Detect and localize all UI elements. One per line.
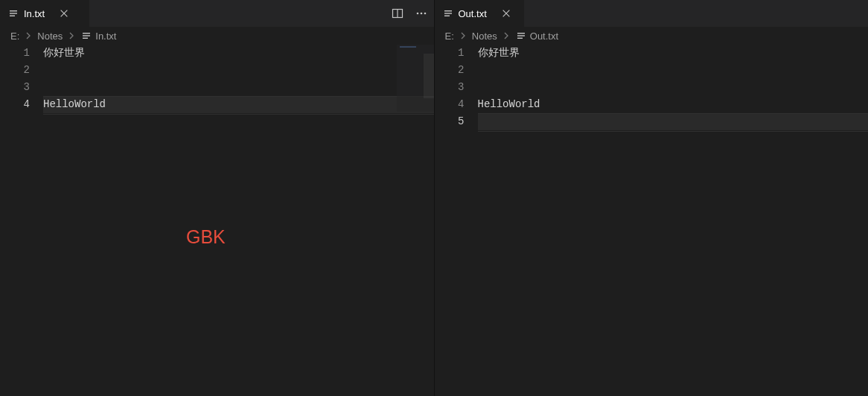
- code-editor[interactable]: 1 2 3 4 5 你好世界 HelloWorld: [435, 45, 869, 396]
- breadcrumb[interactable]: E: Notes In.txt: [0, 27, 434, 45]
- file-lines-icon: [7, 7, 19, 19]
- breadcrumb-folder[interactable]: Notes: [37, 31, 63, 42]
- close-icon[interactable]: [500, 7, 512, 19]
- minimap[interactable]: [397, 45, 434, 112]
- tab-in-txt[interactable]: In.txt: [0, 0, 89, 27]
- line-number: 4: [0, 96, 30, 113]
- svg-rect-1: [10, 13, 17, 13]
- file-lines-icon: [515, 30, 527, 42]
- line-number-gutter: 1 2 3 4 5: [435, 45, 478, 396]
- breadcrumb-file[interactable]: Out.txt: [515, 30, 558, 42]
- code-line: [43, 79, 434, 96]
- minimap-mark: [400, 46, 416, 48]
- svg-rect-10: [83, 38, 88, 39]
- line-number-gutter: 1 2 3 4: [0, 45, 43, 396]
- tab-bar: In.txt: [0, 0, 434, 27]
- tab-label: In.txt: [24, 8, 45, 19]
- breadcrumb[interactable]: E: Notes Out.txt: [435, 27, 869, 45]
- svg-rect-11: [444, 10, 452, 11]
- svg-point-5: [416, 13, 418, 15]
- svg-rect-2: [10, 16, 15, 16]
- close-icon[interactable]: [58, 7, 70, 19]
- svg-point-7: [424, 13, 426, 15]
- tab-label: Out.txt: [459, 8, 487, 19]
- breadcrumb-drive[interactable]: E:: [445, 31, 454, 42]
- svg-rect-16: [517, 38, 523, 39]
- code-line: 你好世界: [43, 45, 434, 62]
- breadcrumb-file[interactable]: In.txt: [80, 30, 116, 42]
- svg-rect-8: [83, 33, 90, 33]
- svg-rect-13: [444, 16, 450, 16]
- line-number: 5: [435, 113, 465, 130]
- chevron-right-icon: [500, 31, 512, 40]
- tab-actions: [391, 0, 434, 27]
- line-number: 1: [435, 45, 465, 62]
- code-line: [478, 79, 869, 96]
- code-line: 你好世界: [478, 45, 869, 62]
- more-actions-icon[interactable]: [415, 7, 428, 20]
- breadcrumb-drive[interactable]: E:: [10, 31, 19, 42]
- chevron-right-icon: [66, 31, 77, 40]
- code-line: [478, 62, 869, 79]
- line-number: 1: [0, 45, 30, 62]
- breadcrumb-folder[interactable]: Notes: [472, 31, 497, 42]
- line-number: 3: [435, 79, 465, 96]
- svg-rect-9: [83, 35, 90, 36]
- code-line: HelloWorld: [478, 96, 869, 113]
- chevron-right-icon: [22, 31, 34, 40]
- editor-pane-left: In.txt E: Notes: [0, 0, 435, 396]
- code-line: HelloWorld: [43, 96, 434, 113]
- code-content[interactable]: 你好世界 HelloWorld: [43, 45, 434, 396]
- line-number: 4: [435, 96, 465, 113]
- svg-point-6: [420, 13, 422, 15]
- svg-rect-0: [10, 10, 17, 11]
- tab-out-txt[interactable]: Out.txt: [435, 0, 524, 27]
- file-lines-icon: [80, 30, 92, 42]
- code-line: [43, 62, 434, 79]
- split-editor-icon[interactable]: [391, 7, 404, 20]
- svg-rect-15: [517, 35, 525, 36]
- editor-pane-right: Out.txt E: Notes Out.txt: [435, 0, 869, 396]
- chevron-right-icon: [457, 31, 469, 40]
- svg-rect-12: [444, 13, 452, 13]
- code-line: [478, 113, 869, 130]
- file-lines-icon: [442, 7, 454, 19]
- line-number: 2: [435, 62, 465, 79]
- tab-bar: Out.txt: [435, 0, 869, 27]
- svg-rect-14: [517, 33, 525, 33]
- line-number: 2: [0, 62, 30, 79]
- minimap-viewport[interactable]: [424, 54, 434, 98]
- code-editor[interactable]: 1 2 3 4 你好世界 HelloWorld: [0, 45, 434, 396]
- line-number: 3: [0, 79, 30, 96]
- code-content[interactable]: 你好世界 HelloWorld: [478, 45, 869, 396]
